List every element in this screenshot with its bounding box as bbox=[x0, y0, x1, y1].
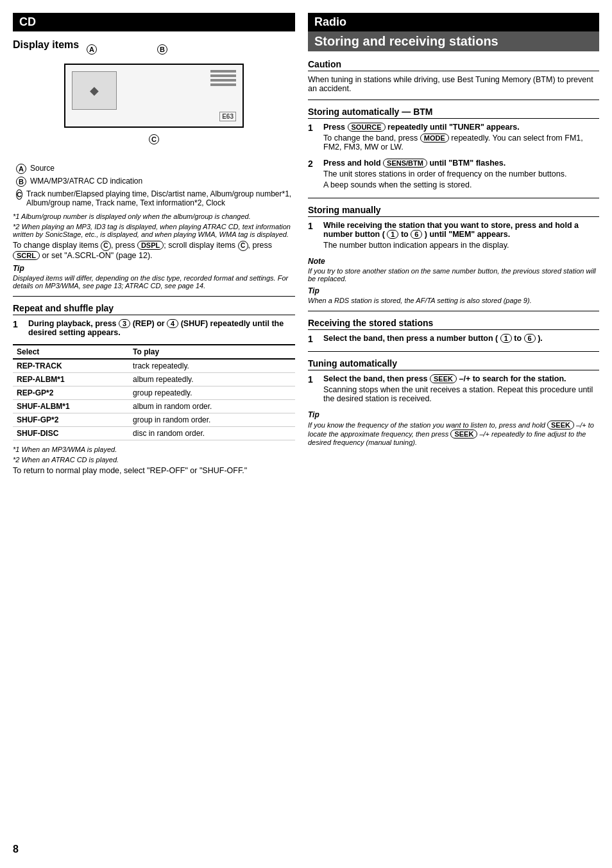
diagram-label-a: A bbox=[87, 44, 97, 55]
display-items-section: Display items A B ◆ bbox=[13, 39, 295, 290]
table-row: SHUF-DISCdisc in random order. bbox=[13, 427, 295, 440]
radio-header: Radio bbox=[308, 13, 599, 31]
btm-step2-sub1: The unit stores stations in order of fre… bbox=[323, 169, 599, 178]
table-cell-select: REP-GP*2 bbox=[13, 386, 129, 400]
table-cell-play: disc in random order. bbox=[129, 427, 295, 440]
manual-tip: Tip When a RDS station is stored, the AF… bbox=[308, 286, 599, 304]
table-row: SHUF-GP*2group in random order. bbox=[13, 413, 295, 427]
repeat-shuffle-section: Repeat and shuffle play 1 During playbac… bbox=[13, 303, 295, 475]
change-display-text: To change display items C, press DSPL; s… bbox=[13, 241, 295, 260]
scroll-setting: "A.SCRL-ON" (page 12). bbox=[64, 251, 152, 260]
bullet-c-icon: C bbox=[16, 189, 22, 200]
footnote-2: *2 When playing an MP3, ID3 tag is displ… bbox=[13, 223, 295, 238]
manual-note-text: If you try to store another station on t… bbox=[308, 267, 599, 282]
bullet-b-text: WMA/MP3/ATRAC CD indication bbox=[30, 177, 142, 187]
btm-step1-main: Press SOURCE repeatedly until "TUNER" ap… bbox=[323, 123, 599, 132]
table-cell-select: SHUF-DISC bbox=[13, 427, 129, 440]
storing-btm-title: Storing automatically — BTM bbox=[308, 107, 599, 119]
tuning-tip-text1: If you know the frequency of the station… bbox=[308, 421, 545, 429]
repeat-step-1: 1 During playback, press 3 (REP) or 4 (S… bbox=[13, 319, 295, 339]
btm-step2-main: Press and hold SENS/BTM until "BTM" flas… bbox=[323, 159, 599, 168]
receiving-step-1: 1 Select the band, then press a number b… bbox=[308, 334, 599, 345]
storing-manually-title: Storing manually bbox=[308, 205, 599, 217]
caution-title: Caution bbox=[308, 59, 599, 71]
cd-title: CD bbox=[19, 15, 36, 28]
manual-step1-main: While receiving the station that you wan… bbox=[323, 221, 599, 239]
tuning-tip: Tip If you know the frequency of the sta… bbox=[308, 410, 599, 446]
display-items-title: Display items bbox=[13, 39, 295, 51]
storing-btm-section: Storing automatically — BTM 1 Press SOUR… bbox=[308, 107, 599, 191]
repeat-shuffle-title: Repeat and shuffle play bbox=[13, 303, 295, 315]
receiving-section: Receiving the stored stations 1 Select t… bbox=[308, 318, 599, 345]
radio-subheader: Storing and receiving stations bbox=[308, 31, 599, 51]
right-column: Radio Storing and receiving stations Cau… bbox=[308, 13, 599, 855]
key-3: 3 bbox=[119, 319, 130, 328]
scrl-key: SCRL bbox=[13, 251, 40, 260]
manual-tip-label: Tip bbox=[308, 286, 599, 295]
table-footnote-2: *2 When an ATRAC CD is played. bbox=[13, 456, 295, 464]
table-row: REP-ALBM*1album repeatedly. bbox=[13, 373, 295, 386]
storing-manually-section: Storing manually 1 While receiving the s… bbox=[308, 205, 599, 304]
tuning-step1-sub1: Scanning stops when the unit receives a … bbox=[323, 385, 599, 403]
btm-step1-sub: To change the band, press MODE repeatedl… bbox=[323, 134, 599, 152]
dspl-key: DSPL bbox=[137, 241, 164, 250]
table-cell-play: group in random order. bbox=[129, 413, 295, 427]
table-cell-play: group repeatedly. bbox=[129, 386, 295, 400]
receiving-title: Receiving the stored stations bbox=[308, 318, 599, 330]
tuning-auto-title: Tuning automatically bbox=[308, 358, 599, 370]
caution-text: When tuning in stations while driving, u… bbox=[308, 75, 599, 93]
bullet-a: A Source bbox=[16, 164, 295, 174]
table-cell-play: track repeatedly. bbox=[129, 359, 295, 373]
table-col-play: To play bbox=[129, 345, 295, 359]
bullet-c-text: Track number/Elapsed playing time, Disc/… bbox=[26, 189, 295, 207]
bullet-a-icon: A bbox=[16, 164, 26, 174]
caution-section: Caution When tuning in stations while dr… bbox=[308, 59, 599, 93]
table-cell-select: SHUF-GP*2 bbox=[13, 413, 129, 427]
table-cell-select: SHUF-ALBM*1 bbox=[13, 400, 129, 413]
bullet-a-text: Source bbox=[30, 164, 55, 174]
table-cell-play: album in random order. bbox=[129, 400, 295, 413]
manual-step1-sub: The number button indication appears in … bbox=[323, 241, 599, 250]
btm-step-1: 1 Press SOURCE repeatedly until "TUNER" … bbox=[308, 123, 599, 153]
display-tip-text: Displayed items will differ, depending o… bbox=[13, 274, 295, 290]
tuning-tip-text: If you know the frequency of the station… bbox=[308, 421, 599, 446]
table-footnote-1: *1 When an MP3/WMA is played. bbox=[13, 446, 295, 453]
recv-key-1: 1 bbox=[500, 334, 512, 343]
seek-key-1: SEEK bbox=[430, 374, 457, 383]
bullet-b: B WMA/MP3/ATRAC CD indication bbox=[16, 177, 295, 187]
table-col-select: Select bbox=[13, 345, 129, 359]
footnote-1: *1 Album/group number is displayed only … bbox=[13, 213, 295, 220]
diagram-label-c: C bbox=[64, 134, 244, 144]
display-bullets: A Source B WMA/MP3/ATRAC CD indication C… bbox=[13, 164, 295, 207]
diagram-left-box: ◆ bbox=[72, 71, 117, 110]
source-key: SOURCE bbox=[348, 123, 386, 132]
tuning-step-1: 1 Select the band, then press SEEK –/+ t… bbox=[308, 374, 599, 405]
change-icon: C bbox=[101, 241, 111, 251]
scroll-icon: C bbox=[238, 241, 248, 251]
seek-key-tip: SEEK bbox=[547, 421, 574, 430]
manual-tip-text: When a RDS station is stored, the AF/TA … bbox=[308, 297, 599, 304]
table-cell-select: REP-TRACK bbox=[13, 359, 129, 373]
diagram-e63: E63 bbox=[219, 112, 236, 121]
recv-key-6: 6 bbox=[524, 334, 536, 343]
btm-step-2: 2 Press and hold SENS/BTM until "BTM" fl… bbox=[308, 159, 599, 191]
repeat-step1-text: During playback, press 3 (REP) or 4 (SHU… bbox=[28, 319, 295, 337]
play-table: Select To play REP-TRACKtrack repeatedly… bbox=[13, 344, 295, 440]
diagram-label-b: B bbox=[157, 44, 167, 55]
page-number: 8 bbox=[13, 844, 19, 855]
sens-btm-key: SENS/BTM bbox=[383, 159, 427, 168]
manual-step-1: 1 While receiving the station that you w… bbox=[308, 221, 599, 252]
bullet-c: C Track number/Elapsed playing time, Dis… bbox=[16, 189, 295, 207]
display-tip-label: Tip bbox=[13, 264, 295, 273]
num-key-6: 6 bbox=[411, 230, 422, 239]
diagram-right-lines bbox=[210, 70, 236, 86]
receiving-step1-main: Select the band, then press a number but… bbox=[323, 334, 599, 343]
left-column: CD Display items A B bbox=[13, 13, 295, 855]
btm-step2-sub2: A beep sounds when the setting is stored… bbox=[323, 180, 599, 189]
manual-note-label: Note bbox=[308, 257, 599, 266]
key-4: 4 bbox=[167, 319, 178, 328]
bullet-b-icon: B bbox=[16, 177, 26, 187]
table-cell-play: album repeatedly. bbox=[129, 373, 295, 386]
manual-note: Note If you try to store another station… bbox=[308, 257, 599, 282]
table-row: REP-TRACKtrack repeatedly. bbox=[13, 359, 295, 373]
